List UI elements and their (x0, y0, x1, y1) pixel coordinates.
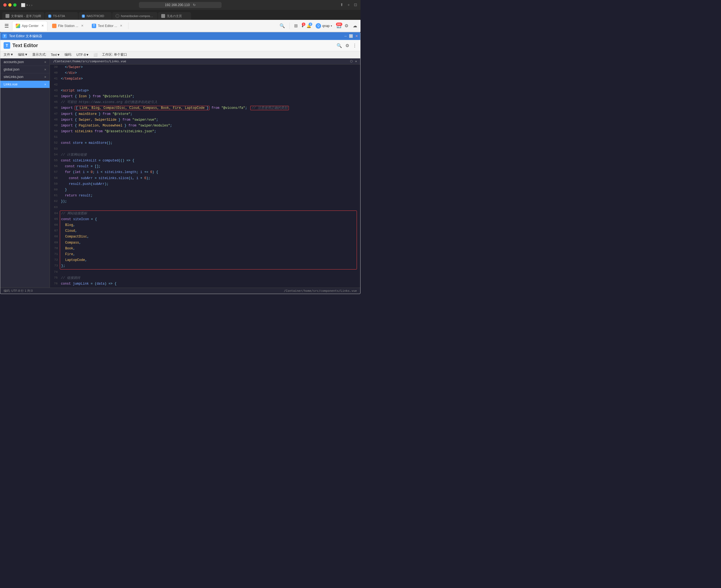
sidebar-file-accounts[interactable]: accounts.json ✕ (0, 58, 49, 66)
line-content-47: import { mainStore } from "@/store"; (60, 111, 360, 117)
sidebar-file-sitelinks[interactable]: siteLinks.json ✕ (0, 73, 49, 81)
notification-count: 2 (309, 23, 312, 26)
code-line-60: 60 } (50, 187, 360, 193)
close-texteditor-icon[interactable]: ✕ (120, 24, 122, 27)
cloud-icon[interactable]: ☁ (352, 22, 358, 29)
browser-tab-label-3: NAS7F9C8D (86, 14, 104, 18)
code-line-71: 71 Fire, (50, 252, 357, 257)
sidebar-toggle-icon[interactable]: ⬜ (21, 3, 25, 7)
minimize-button[interactable] (8, 3, 12, 7)
line-num-63: 63 (50, 205, 60, 210)
browser-tab-2[interactable]: 1 TS-673A (45, 12, 78, 20)
line-num-43: 43 (50, 88, 60, 93)
close-accounts-icon[interactable]: ✕ (44, 61, 46, 64)
chevron-down-icon[interactable]: ▾ (26, 4, 28, 7)
user-menu[interactable]: Q qnap ▾ (313, 22, 334, 30)
maximize-button[interactable] (13, 3, 17, 7)
menu-edit[interactable]: 编辑▼ (18, 52, 28, 57)
line-content-42 (60, 82, 360, 88)
line-num-46: 46 (50, 105, 60, 110)
close-button[interactable] (3, 3, 7, 7)
search-icon[interactable]: 🔍 (279, 22, 286, 29)
browser-tab-4[interactable]: home/docker-compose.yml at dev · ... (112, 12, 157, 20)
red-block-container: 64 // 网站链接图标 65 const siteIcon = { 66 Bl… (50, 211, 359, 270)
code-line-76: 76 const jumpLink = (data) => { (50, 281, 360, 287)
code-line-48: 48 import { Swiper, SwiperSlide } from "… (50, 117, 360, 123)
line-content-56: const result = []; (60, 164, 360, 169)
close-links-icon[interactable]: ✕ (44, 83, 46, 86)
tab-number-3: 1 (82, 15, 85, 18)
header-more-icon[interactable]: ⋮ (352, 43, 357, 48)
line-num-42: 42 (50, 82, 60, 87)
url-bar[interactable]: 192.168.200.110 ↻ (139, 2, 222, 8)
status-left: 编码: UTF-8 行 1 列 0 (4, 289, 33, 293)
texteditor-tab-icon: T (92, 24, 96, 28)
download-badge[interactable]: ⬇ 1 (301, 24, 304, 28)
app-tab-appcenter[interactable]: App Center ✕ (12, 21, 47, 31)
red-block: 64 // 网站链接图标 65 const siteIcon = { 66 Bl… (60, 211, 357, 270)
sidebar-icon[interactable]: ⊡ (354, 2, 357, 7)
line-content-68: CompactDisc, (60, 234, 357, 240)
status-right: /Container/home/src/components/Links.vue (284, 289, 357, 293)
url-text: 192.168.200.110 (165, 3, 190, 7)
status-bar: 编码: UTF-8 行 1 列 0 /Container/home/src/co… (0, 288, 360, 294)
code-line-73: 73 }; (50, 263, 357, 269)
line-content-45: // 可前往 https://www.xicons.org 自行挑选并在此处引入 (60, 100, 360, 105)
browser-tabs: 文章编辑 - 是羊刀仙咧 1 TS-673A 1 NAS7F9C8D home/… (0, 10, 360, 20)
close-global-icon[interactable]: ✕ (44, 68, 46, 71)
share-icon[interactable]: ⬆ (340, 2, 344, 7)
updates-badge[interactable]: 🔄 10+ (336, 24, 341, 28)
window-controls[interactable]: ⬜ ▾ ‹ › (21, 3, 33, 7)
notification-badge[interactable]: 🔔 2 (307, 24, 311, 28)
menu-encoding[interactable]: UTF-8▼ (76, 53, 89, 57)
header-settings-icon[interactable]: ⚙ (345, 43, 349, 48)
refresh-icon[interactable]: ↻ (193, 3, 196, 7)
menu-workspace[interactable]: 工作区: 单个窗口 (102, 52, 127, 57)
menu-file[interactable]: 文件▼ (4, 52, 14, 57)
app-tab-texteditor[interactable]: T Text Editor ... ✕ (88, 21, 126, 31)
back-icon[interactable]: ‹ (29, 3, 30, 7)
editor-header: T Text Editor 🔍 ⚙ ⋮ (0, 40, 360, 51)
download-count: 1 (302, 23, 305, 26)
close-filestation-icon[interactable]: ✕ (81, 24, 83, 27)
new-tab-icon[interactable]: ＋ (347, 2, 351, 7)
code-area[interactable]: /Container/home/src/components/Links.vue… (50, 58, 360, 288)
code-line-66: 66 Blog, (50, 222, 357, 228)
restore-editor-icon[interactable]: ⬜ (349, 34, 353, 38)
editor-body: accounts.json ✕ global.json ✕ siteLinks.… (0, 58, 360, 288)
forward-icon[interactable]: › (31, 3, 32, 7)
menu-view-dropdown[interactable]: Text▼ (51, 53, 60, 57)
menu-view[interactable]: 显示方式: (32, 52, 46, 57)
sidebar-file-global[interactable]: global.json ✕ (0, 66, 49, 73)
apps-icon[interactable]: ⚙ (344, 22, 349, 29)
browser-tab-3[interactable]: 1 NAS7F9C8D (79, 12, 111, 20)
menu-encoding-label: 编码: (64, 52, 72, 57)
hamburger-menu[interactable]: ☰ (2, 22, 11, 30)
code-content[interactable]: 39 </Swiper> 40 </div> 41 </template> 42 (50, 64, 360, 288)
line-content-73: }; (60, 263, 357, 269)
close-sitelinks-icon[interactable]: ✕ (44, 76, 46, 79)
popout-icon[interactable]: ⬡ (350, 60, 353, 63)
line-content-67: Cloud, (60, 228, 357, 234)
close-path-icon[interactable]: ✕ (355, 60, 357, 63)
line-content-58: const subArr = siteLinks.slice(i, i + 6)… (60, 175, 360, 181)
sidebar-file-links[interactable]: Links.vue ✕ (0, 81, 49, 88)
header-search-icon[interactable]: 🔍 (336, 43, 342, 48)
code-line-46: 46 import { Link, Blog, CompactDisc, Clo… (50, 105, 360, 111)
minimize-editor-icon[interactable]: ─ (344, 34, 347, 38)
browser-tab-1[interactable]: 文章编辑 - 是羊刀仙咧 (2, 12, 44, 20)
sidebar-filename-2: global.json (4, 67, 19, 71)
app-toolbar: ☰ App Center ✕ File Station ... ✕ T Text… (0, 20, 360, 32)
browser-tab-5[interactable]: 无名の主页 (158, 12, 191, 20)
line-num-53: 53 (50, 146, 60, 151)
line-content-55: const siteLinksLit = computed(() => { (60, 158, 360, 164)
line-content-53 (60, 146, 360, 152)
tab-favicon-1 (5, 14, 9, 18)
close-editor-icon[interactable]: ✕ (355, 34, 358, 38)
line-content-75: // 链接跳转 (60, 275, 360, 281)
app-tab-label-1: App Center (22, 24, 39, 28)
app-tab-filestation[interactable]: File Station ... ✕ (48, 21, 87, 31)
grid-icon[interactable]: ⊞ (293, 22, 299, 29)
line-num-58: 58 (50, 175, 60, 181)
close-appcenter-icon[interactable]: ✕ (41, 24, 44, 27)
